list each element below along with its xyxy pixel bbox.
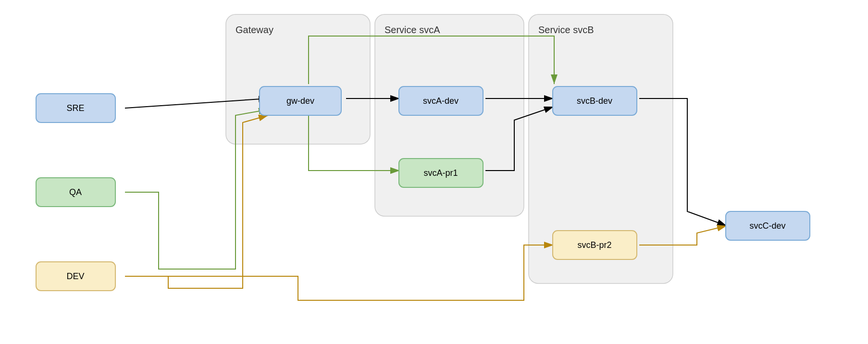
node-QA-label: QA — [69, 187, 82, 197]
group-svcB-label: Service svcB — [538, 25, 594, 35]
node-gw-dev-label: gw-dev — [286, 96, 314, 106]
node-svcC-dev-label: svcC-dev — [749, 221, 785, 231]
node-SRE-label: SRE — [66, 103, 84, 113]
node-svcB-pr2-label: svcB-pr2 — [577, 240, 611, 250]
arrow-DEV-svcB-pr2 — [125, 245, 554, 300]
node-svcA-pr1-label: svcA-pr1 — [423, 168, 458, 178]
node-DEV-label: DEV — [66, 271, 84, 281]
node-svcA-dev-label: svcA-dev — [423, 96, 459, 106]
group-gateway-label: Gateway — [236, 25, 273, 35]
group-svcA-label: Service svcA — [384, 25, 440, 35]
node-svcB-dev-label: svcB-dev — [577, 96, 612, 106]
diagram-container: Gateway Service svcA Service svcB — [0, 0, 868, 344]
